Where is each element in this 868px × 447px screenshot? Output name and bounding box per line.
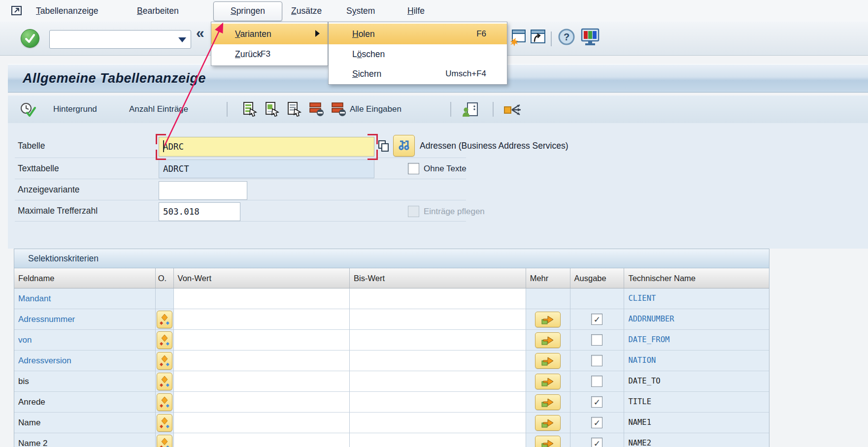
distribute-icon[interactable] (503, 102, 525, 120)
bis-wert-input[interactable] (350, 351, 526, 371)
texttabelle-input[interactable] (159, 160, 374, 178)
delete-selection-icon[interactable] (308, 102, 325, 119)
execute-icon[interactable] (20, 102, 36, 120)
alle-eingaben-button[interactable]: Alle Eingaben (350, 96, 401, 123)
ausgabe-checkbox[interactable] (591, 438, 602, 447)
menu-item-zurueck[interactable]: Zurück F3 (211, 44, 328, 64)
feldname-link[interactable]: von (18, 335, 32, 345)
feldname-link[interactable]: Anrede (18, 397, 45, 407)
von-wert-input[interactable] (174, 309, 350, 330)
tabelle-input[interactable] (159, 137, 374, 156)
anzahl-eintraege-button[interactable]: Anzahl Einträge (129, 96, 188, 123)
von-wert-input[interactable] (174, 392, 350, 413)
multiple-selection-button[interactable] (157, 311, 172, 328)
selektionskriterien-group: Selektionskriterien Feldname O. Von-Wert… (14, 249, 769, 447)
von-wert-input[interactable] (174, 413, 350, 433)
mehr-button[interactable] (535, 353, 561, 369)
find-table-button[interactable] (393, 135, 415, 157)
mehr-button[interactable] (535, 312, 561, 327)
ausgabe-checkbox[interactable] (591, 334, 602, 346)
ausgabe-checkbox[interactable] (591, 376, 602, 387)
mehr-button[interactable] (535, 332, 561, 348)
mehr-button[interactable] (535, 415, 561, 431)
multiple-selection-button[interactable] (157, 414, 172, 432)
bis-wert-input[interactable] (350, 392, 526, 413)
anzeigevariante-field[interactable] (159, 181, 247, 200)
ausgabe-checkbox[interactable] (591, 314, 602, 325)
feldname-link[interactable]: bis (18, 377, 29, 386)
command-input[interactable] (52, 32, 172, 46)
possible-entries-button[interactable] (376, 138, 391, 155)
chevron-down-icon[interactable] (178, 37, 186, 42)
feldname-link[interactable]: Name 2 (18, 439, 48, 447)
command-field[interactable] (49, 30, 191, 49)
menu-item-varianten[interactable]: Varianten (211, 24, 328, 44)
mehr-button[interactable] (535, 436, 561, 447)
col-technischer-name: Technischer Name (624, 268, 769, 288)
choose-selection-fields-icon[interactable] (241, 102, 258, 119)
multiple-selection-button[interactable] (157, 331, 172, 349)
menu-bearbeiten[interactable]: Bearbeiten (137, 0, 179, 22)
ohne-texte-checkbox[interactable] (408, 163, 419, 174)
collapse-toolbar-button[interactable]: « (196, 25, 204, 41)
new-session-icon[interactable] (507, 29, 526, 48)
von-wert-input[interactable] (174, 433, 350, 447)
copy-squares-icon (378, 140, 390, 153)
feldname-link[interactable]: Adressnummer (18, 315, 75, 324)
mehr-button[interactable] (535, 374, 561, 389)
bis-wert-input[interactable] (350, 288, 526, 309)
multiple-selection-button[interactable] (157, 373, 172, 390)
multi-select-icon (159, 375, 170, 388)
menu-item-loeschen[interactable]: Löschen (329, 44, 507, 64)
enter-button[interactable] (21, 29, 39, 48)
maximale-trefferzahl-input[interactable] (159, 203, 240, 221)
feldname-link[interactable]: Name (18, 418, 40, 427)
system-menu-icon[interactable] (11, 4, 24, 18)
tabelle-field[interactable] (159, 137, 374, 157)
multiple-selection-button[interactable] (157, 393, 172, 411)
maximale-trefferzahl-label: Maximale Trefferzahl (18, 200, 98, 222)
von-wert-input[interactable] (174, 288, 350, 309)
technical-name: DATE_FROM (628, 335, 669, 344)
tabelle-label: Tabelle (18, 135, 45, 157)
user-parameters-icon[interactable] (462, 102, 482, 120)
maximale-trefferzahl-field[interactable] (159, 202, 240, 221)
menu-item-holen[interactable]: Holen F6 (329, 24, 507, 44)
ausgabe-checkbox[interactable] (591, 396, 602, 408)
customize-layout-icon[interactable] (580, 28, 600, 49)
help-icon[interactable]: ? (558, 28, 575, 48)
multi-select-icon (159, 354, 170, 367)
bis-wert-input[interactable] (350, 371, 526, 392)
texttabelle-field[interactable] (159, 160, 374, 178)
ausgabe-checkbox[interactable] (591, 417, 602, 428)
feldname-link[interactable]: Adressversion (18, 356, 71, 365)
create-shortcut-icon[interactable] (529, 29, 547, 48)
mehr-button[interactable] (535, 394, 561, 410)
multiple-selection-button[interactable] (157, 352, 172, 370)
menu-springen[interactable]: Springen (213, 1, 282, 21)
selection-list-icon[interactable] (286, 102, 302, 119)
hintergrund-button[interactable]: Hintergrund (53, 96, 97, 123)
eintraege-pflegen-checkbox[interactable] (408, 206, 419, 217)
multi-select-icon (159, 416, 170, 429)
von-wert-input[interactable] (174, 371, 350, 392)
delete-all-entries-icon[interactable] (330, 102, 347, 119)
multiple-selection-button[interactable] (157, 435, 172, 447)
anzeigevariante-input[interactable] (159, 182, 247, 199)
bis-wert-input[interactable] (350, 309, 526, 330)
more-arrow-icon (541, 439, 554, 447)
von-wert-input[interactable] (174, 330, 350, 351)
menu-zusaetze[interactable]: Zusätze (291, 0, 322, 22)
ausgabe-checkbox[interactable] (591, 355, 602, 366)
bis-wert-input[interactable] (350, 413, 526, 433)
von-wert-input[interactable] (174, 351, 350, 371)
bis-wert-input[interactable] (350, 433, 526, 447)
menu-hilfe[interactable]: Hilfe (407, 0, 425, 22)
menu-system[interactable]: System (346, 0, 375, 22)
menu-item-sichern[interactable]: Sichern Umsch+F4 (329, 64, 507, 84)
selection-block-icon[interactable] (264, 102, 280, 119)
menu-tabellenanzeige[interactable]: Tabellenanzeige (36, 0, 99, 22)
bis-wert-input[interactable] (350, 330, 526, 351)
feldname-link[interactable]: Mandant (18, 294, 51, 303)
texttabelle-label: Texttabelle (18, 158, 59, 179)
